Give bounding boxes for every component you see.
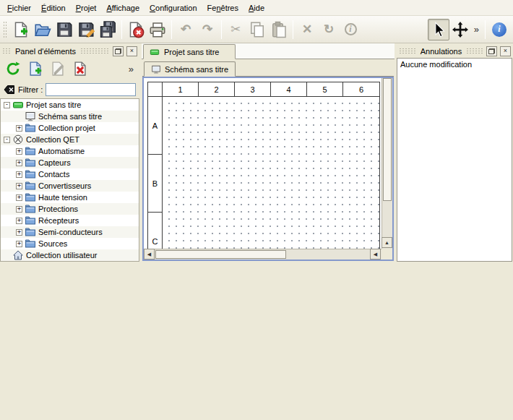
menu-edition[interactable]: Édition — [36, 0, 71, 15]
move-mode-button[interactable] — [449, 19, 471, 40]
filter-input[interactable] — [46, 83, 136, 96]
save-all-button[interactable] — [97, 19, 118, 40]
expand-icon[interactable] — [16, 241, 22, 247]
menu-configuration[interactable]: Configuration — [145, 0, 202, 15]
scroll-left-button-2[interactable]: ◀ — [370, 249, 381, 260]
qelectrotech-window: Fichier Édition Projet Affichage Configu… — [0, 0, 513, 262]
tree-item-semi-conducteurs[interactable]: Semi-conducteurs — [1, 226, 139, 238]
save-as-button[interactable] — [75, 19, 97, 40]
folder-icon — [25, 203, 36, 215]
horizontal-scrollbar[interactable] — [144, 249, 381, 260]
tree-item-sources[interactable]: Sources — [1, 238, 139, 249]
printer-icon — [149, 21, 166, 38]
diagram-viewport[interactable]: 1 2 3 4 5 6 A B C D E — [144, 78, 381, 249]
expand-icon[interactable] — [16, 148, 22, 155]
new-element-button[interactable] — [25, 59, 45, 79]
column-label: 3 — [235, 82, 271, 97]
open-project-button[interactable] — [32, 19, 53, 40]
about-button[interactable]: i — [488, 19, 510, 40]
scroll-up-button[interactable]: ▲ — [381, 237, 392, 248]
elements-panel-titlebar[interactable]: Panel d'éléments × — [0, 45, 139, 57]
toolbar-separator — [171, 20, 172, 39]
dock-grip — [399, 48, 416, 54]
menu-fichier[interactable]: Fichier — [2, 0, 36, 15]
expand-icon[interactable] — [16, 218, 22, 224]
tab-projet-sans-titre[interactable]: Projet sans titre — [143, 44, 236, 59]
horizontal-scrollbar-thumb[interactable] — [155, 250, 286, 259]
new-element-icon — [27, 61, 43, 77]
paste-button[interactable] — [268, 19, 290, 40]
arrow-up-icon: ▲ — [384, 240, 389, 245]
vertical-scrollbar-thumb[interactable] — [383, 78, 392, 201]
expand-icon[interactable] — [16, 206, 22, 213]
expand-icon[interactable] — [16, 160, 22, 166]
save-button[interactable] — [53, 19, 75, 40]
project-tab-bar: Projet sans titre — [142, 43, 395, 59]
tab-schema-sans-titre[interactable]: Schéma sans titre — [144, 61, 236, 77]
dock-close-button[interactable]: × — [126, 46, 137, 56]
elements-toolbar-overflow-button[interactable]: » — [126, 64, 137, 74]
tree-item-convertisseurs[interactable]: Convertisseurs — [1, 180, 139, 192]
expand-icon[interactable] — [16, 229, 22, 236]
folder-icon — [25, 168, 36, 180]
redo-button[interactable]: ↷ — [197, 19, 218, 40]
dock-close-button[interactable]: × — [500, 46, 511, 56]
project-icon — [12, 99, 24, 111]
delete-element-button[interactable] — [70, 59, 90, 79]
element-info-button[interactable]: i — [340, 19, 361, 40]
edit-element-button[interactable] — [48, 59, 67, 79]
tree-item-collection-projet[interactable]: Collection projet — [1, 122, 139, 134]
tree-item-protections[interactable]: Protections — [1, 203, 139, 215]
dock-float-button[interactable] — [113, 46, 124, 56]
menu-aide[interactable]: Aide — [243, 0, 270, 15]
undo-history-list[interactable]: Aucune modification — [397, 58, 512, 262]
scroll-left-button[interactable]: ◀ — [144, 249, 155, 260]
tree-item-capteurs[interactable]: Capteurs — [1, 157, 139, 168]
copy-icon — [249, 21, 266, 38]
tree-item-schema-sans-titre[interactable]: Schéma sans titre — [1, 111, 139, 122]
selection-mode-button[interactable] — [428, 19, 449, 40]
dock-float-button[interactable] — [486, 46, 497, 56]
toolbar-overflow-button[interactable]: » — [471, 24, 482, 35]
floppy-save-as-icon — [77, 21, 95, 38]
new-project-button[interactable] — [10, 19, 32, 40]
menu-affichage[interactable]: Affichage — [101, 0, 145, 15]
tree-item-recepteurs[interactable]: Récepteurs — [1, 215, 139, 226]
expand-icon[interactable] — [16, 171, 22, 178]
collapse-icon[interactable] — [4, 102, 10, 108]
collapse-icon[interactable] — [4, 137, 10, 143]
close-project-button[interactable] — [125, 19, 147, 40]
toolbar-separator — [293, 20, 293, 39]
cut-button[interactable]: ✂ — [225, 19, 246, 40]
folder-icon — [25, 192, 36, 203]
tree-item-haute-tension[interactable]: Haute tension — [1, 192, 139, 203]
column-label: 4 — [271, 82, 307, 97]
tree-item-automatisme[interactable]: Automatisme — [1, 145, 139, 157]
tree-item-contacts[interactable]: Contacts — [1, 168, 139, 180]
menu-fenetres[interactable]: Fenêtres — [202, 0, 243, 15]
vertical-scrollbar[interactable] — [381, 78, 392, 249]
tree-item-collection-qet[interactable]: Collection QET — [1, 134, 139, 145]
rotate-button[interactable]: ↻ — [318, 19, 340, 40]
delete-button[interactable]: ✕ — [296, 19, 318, 40]
undo-history-item[interactable]: Aucune modification — [397, 59, 512, 70]
undo-button[interactable]: ↶ — [175, 19, 197, 40]
expand-icon[interactable] — [16, 183, 22, 189]
toolbar-grip[interactable] — [3, 21, 7, 38]
redo-icon: ↷ — [202, 23, 212, 35]
elements-tree[interactable]: Projet sans titre Schéma sans titre Coll… — [0, 98, 139, 262]
paste-clipboard-icon — [270, 21, 288, 38]
clear-filter-icon[interactable] — [4, 84, 15, 95]
diagram-canvas[interactable] — [163, 97, 379, 249]
expand-icon[interactable] — [16, 194, 22, 201]
reload-collections-button[interactable] — [3, 59, 22, 79]
expand-icon[interactable] — [16, 125, 22, 132]
tree-item-collection-utilisateur[interactable]: Collection utilisateur — [1, 249, 139, 261]
tree-item-projet-sans-titre[interactable]: Projet sans titre — [1, 99, 139, 111]
elements-panel-title: Panel d'éléments — [14, 47, 77, 56]
menu-projet[interactable]: Projet — [71, 0, 102, 15]
arrow-left-icon: ◀ — [147, 252, 151, 257]
undo-panel-titlebar[interactable]: Annulations × — [397, 45, 513, 57]
copy-button[interactable] — [246, 19, 268, 40]
print-button[interactable] — [147, 19, 168, 40]
